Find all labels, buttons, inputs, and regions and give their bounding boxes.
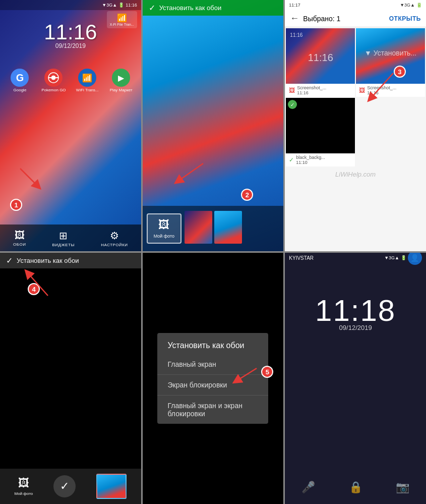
cell-dialog: Установить как обои Главный экран Экран …: [143, 253, 284, 504]
lockscreen-status-bar: KYIVSTAR ▼3G▲🔋 👤: [285, 253, 426, 263]
selected-count: Выбрано: 1: [303, 15, 385, 23]
file-icon-3: ✓: [289, 156, 294, 163]
widgets-icon: ⊞: [59, 230, 68, 242]
gallery-meta-1: 🖼 Screenshot_... 11:16: [286, 84, 355, 97]
my-photo-label: Мой фото: [154, 234, 174, 239]
camera-icon: 📷: [396, 481, 409, 494]
svg-point-2: [51, 76, 55, 80]
file-name-1: Screenshot_...: [297, 85, 326, 90]
open-button[interactable]: ОТКРЫТЬ: [389, 15, 421, 22]
lockscreen-time: 11:18: [285, 293, 426, 328]
app-icons-grid: G Google Pokemon GO 📶 WiFi Trans... ▶ Pl…: [0, 65, 141, 96]
my-photo-bottom-label: Мой фото: [14, 491, 33, 496]
cell-lockscreen: KYIVSTAR ▼3G▲🔋 👤 11:18 09/12/2019 🎤 🔒 📷: [285, 253, 426, 504]
wifi-app-label: X-Fi File Tran...: [110, 23, 134, 26]
wallpaper-btn[interactable]: 🖼 ОБОИ: [13, 230, 26, 247]
wallpaper-bottom-strip: 🖼 Мой фото: [143, 206, 284, 251]
gallery-item-1[interactable]: 11:16 11:16 🖼 Screenshot_... 11:16: [286, 28, 355, 97]
dialog-title: Установить как обои: [157, 333, 268, 354]
file-info-3: black_backg... 11:10: [296, 155, 325, 165]
photo-icon: 🖼: [158, 218, 169, 232]
gallery-status-bar: 11:17 ▼3G▲🔋: [285, 0, 426, 10]
step-badge-1: 1: [10, 199, 22, 211]
lockscreen-bottom-icons: 🎤 🔒 📷: [285, 481, 426, 494]
back-button[interactable]: ←: [290, 13, 299, 24]
check-icon-2: ✓: [149, 3, 155, 13]
arrow-1: [15, 163, 45, 196]
google-label: Google: [14, 88, 27, 92]
file-time-1: 11:16: [297, 90, 326, 95]
file-time-3: 11:10: [296, 160, 325, 165]
file-name-3: black_backg...: [296, 155, 325, 160]
wifi-app-icon: 📶 X-Fi File Tran...: [107, 11, 137, 28]
gallery-grid: 11:16 11:16 🖼 Screenshot_... 11:16 ▼ Уст…: [285, 27, 426, 167]
photo-bottom-icon: 🖼: [18, 477, 29, 490]
settings-icon: ⚙: [110, 230, 119, 242]
gallery-meta-3: ✓ black_backg... 11:10: [286, 153, 355, 166]
wifi-icon: 📶: [78, 69, 96, 87]
widgets-btn[interactable]: ⊞ ВИДЖЕТЫ: [52, 230, 75, 247]
gallery-status-icons: ▼3G▲🔋: [400, 3, 422, 8]
watermark: LiWiHelp.com: [285, 167, 426, 181]
google-icon: G: [11, 69, 29, 87]
file-icon-1: 🖼: [289, 87, 295, 94]
wallpaper-label: ОБОИ: [13, 242, 26, 247]
wallpaper-icon: 🖼: [15, 230, 25, 241]
home-date: 09/12/2019: [0, 42, 141, 49]
arrow-3: [363, 71, 398, 108]
home-bottom-bar: 🖼 ОБОИ ⊞ ВИДЖЕТЫ ⚙ НАСТРОЙКИ: [0, 225, 141, 251]
wallpaper-bar-text: Установить как обои: [159, 4, 222, 12]
cell-gallery: 11:17 ▼3G▲🔋 ← Выбрано: 1 ОТКРЫТЬ 11:16 1…: [285, 0, 426, 251]
widgets-label: ВИДЖЕТЫ: [52, 243, 75, 247]
gallery-time: 11:17: [289, 3, 300, 8]
lockscreen-status-icons: ▼3G▲🔋 👤: [384, 253, 422, 265]
black-bar-text: Установить как обои: [17, 257, 79, 264]
my-photo-btn[interactable]: 🖼 Мой фото: [147, 213, 181, 244]
app-wifi[interactable]: 📶 WiFi Trans...: [72, 69, 103, 92]
lockscreen-date: 09/12/2019: [285, 324, 426, 331]
wifi-symbol-icon: 📶: [110, 13, 134, 23]
carrier-text: KYIVSTAR: [289, 255, 314, 261]
cell-homescreen: ▼3G▲ 🔋 11:16 📶 X-Fi File Tran... 11:16 0…: [0, 0, 141, 251]
black-bottom-bar: 🖼 Мой фото ✓: [0, 469, 141, 504]
preview-thumb[interactable]: [96, 474, 127, 499]
step-badge-5: 5: [261, 366, 273, 378]
app-pokemon[interactable]: Pokemon GO: [38, 69, 70, 92]
file-info-1: Screenshot_... 11:16: [297, 85, 326, 95]
pokemon-label: Pokemon GO: [41, 88, 66, 92]
status-bar-1: ▼3G▲ 🔋 11:16: [0, 0, 141, 10]
check-icon-4: ✓: [6, 256, 13, 265]
wifi-label: WiFi Trans...: [76, 88, 99, 92]
dialog-option-both[interactable]: Главный экран и экран блокировки: [157, 396, 268, 424]
app-store[interactable]: ▶ Play Маркет: [105, 69, 137, 92]
thumb-wallpaper-mini: ▼ Установить...: [356, 49, 425, 57]
settings-btn[interactable]: ⚙ НАСТРОЙКИ: [101, 230, 128, 247]
lock-icon: 🔒: [349, 481, 362, 494]
black-top-bar: ✓ Установить как обои: [0, 253, 141, 268]
tutorial-grid: ▼3G▲ 🔋 11:16 📶 X-Fi File Tran... 11:16 0…: [0, 0, 426, 504]
store-icon: ▶: [112, 69, 130, 87]
cell-wallpaper-chooser: ✓ Установить как обои 🖼 Мой фото 2: [143, 0, 284, 251]
my-photo-bottom[interactable]: 🖼 Мой фото: [14, 477, 33, 496]
wallpaper-thumb-1[interactable]: [185, 211, 212, 244]
settings-label: НАСТРОЙКИ: [101, 243, 128, 247]
status-icons-1: ▼3G▲ 🔋 11:16: [102, 3, 137, 8]
wallpaper-thumb-2[interactable]: [214, 211, 242, 244]
thumb-screenshot-1: 11:16 11:16: [286, 28, 355, 84]
step-badge-2: 2: [241, 189, 253, 201]
pokemon-icon: [44, 69, 63, 87]
user-avatar: 👤: [408, 253, 422, 265]
lockscreen-clock-area: 11:18 09/12/2019: [285, 293, 426, 331]
app-google[interactable]: G Google: [4, 69, 36, 92]
confirm-checkmark[interactable]: ✓: [53, 475, 76, 497]
gallery-top-bar: ← Выбрано: 1 ОТКРЫТЬ: [285, 10, 426, 27]
gallery-item-3[interactable]: ✓ black_backg... 11:10 ✓: [286, 98, 355, 166]
arrow-2: [168, 158, 208, 191]
wallpaper-thumbs: [185, 211, 242, 246]
wallpaper-top-bar: ✓ Установить как обои: [143, 0, 284, 16]
thumb-clock-mini: 11:16: [286, 52, 355, 64]
microphone-icon: 🎤: [301, 481, 315, 494]
arrow-5: [229, 363, 259, 390]
store-label: Play Маркет: [110, 88, 133, 92]
cell-black-preview: ✓ Установить как обои 🖼 Мой фото ✓ 4: [0, 253, 141, 504]
